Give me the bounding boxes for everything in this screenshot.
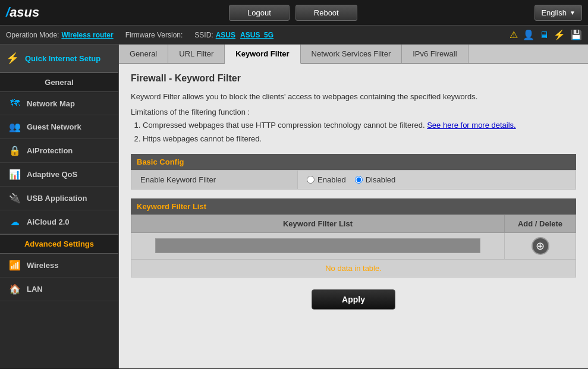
limitations-label: Limitations of the filtering function : — [131, 108, 250, 116]
sidebar-item-guest-network[interactable]: 👥 Guest Network — [0, 115, 118, 139]
disabled-label: Disabled — [366, 175, 396, 184]
chevron-down-icon: ▼ — [570, 10, 576, 16]
limitations: Limitations of the filtering function : … — [131, 108, 576, 145]
tab-ipv6-firewall[interactable]: IPv6 Firewall — [402, 45, 468, 63]
quick-internet-setup[interactable]: ⚡ Quick Internet Setup — [0, 45, 118, 72]
main-layout: ⚡ Quick Internet Setup General 🗺 Network… — [0, 45, 588, 368]
quick-setup-label: Quick Internet Setup — [25, 54, 100, 63]
apply-button[interactable]: Apply — [312, 289, 395, 310]
disabled-radio[interactable] — [355, 176, 363, 184]
col-keyword-filter-list: Keyword Filter List — [131, 215, 505, 232]
content-area: General URL Filter Keyword Filter Networ… — [119, 45, 588, 368]
sidebar-item-label: AiCloud 2.0 — [27, 217, 70, 226]
sidebar-item-aiprotection[interactable]: 🔒 AiProtection — [0, 139, 118, 163]
language-label: English — [541, 8, 567, 17]
tab-url-filter[interactable]: URL Filter — [168, 45, 225, 63]
sidebar: ⚡ Quick Internet Setup General 🗺 Network… — [0, 45, 119, 368]
sidebar-item-wireless[interactable]: 📶 Wireless — [0, 254, 118, 277]
no-data-row: No data in table. — [131, 259, 576, 277]
sidebar-item-label: LAN — [27, 285, 43, 294]
ssid-label: SSID: — [194, 31, 213, 39]
advanced-settings-header: Advanced Settings — [0, 234, 118, 254]
enable-keyword-filter-value: Enabled Disabled — [298, 171, 404, 189]
usb-application-icon: 🔌 — [9, 193, 21, 204]
keyword-input[interactable] — [155, 238, 480, 253]
usb-icon: ⚡ — [554, 29, 565, 40]
limitation-1: Compressed webpages that use HTTP compre… — [143, 119, 576, 131]
keyword-filter-table: Keyword Filter List Add / Delete ⊕ — [131, 215, 576, 277]
monitor-icon: 🖥 — [539, 30, 549, 40]
sidebar-item-aicloud[interactable]: ☁ AiCloud 2.0 — [0, 210, 118, 234]
status-bar: Operation Mode: Wireless router Firmware… — [0, 25, 588, 45]
page-title: Firewall - Keyword Filter — [131, 73, 576, 84]
enabled-option[interactable]: Enabled — [307, 175, 346, 184]
enable-keyword-filter-label: Enable Keyword Filter — [131, 171, 298, 189]
language-selector[interactable]: English ▼ — [534, 5, 582, 21]
tab-bar: General URL Filter Keyword Filter Networ… — [119, 45, 588, 64]
aicloud-icon: ☁ — [9, 216, 21, 228]
content-body: Firewall - Keyword Filter Keyword Filter… — [119, 64, 588, 318]
sidebar-item-label: AiProtection — [27, 146, 73, 155]
asus-logo: /asus — [6, 5, 39, 20]
sidebar-item-adaptive-qos[interactable]: 📊 Adaptive QoS — [0, 163, 118, 187]
keyword-input-row: ⊕ — [131, 232, 576, 259]
sidebar-item-label: Guest Network — [27, 122, 81, 131]
sidebar-item-label: USB Application — [27, 194, 87, 203]
aiprotection-icon: 🔒 — [9, 145, 21, 156]
storage-icon: 💾 — [570, 29, 582, 40]
enable-keyword-filter-row: Enable Keyword Filter Enabled Disabled — [131, 170, 576, 190]
adaptive-qos-icon: 📊 — [9, 169, 21, 180]
firmware-label: Firmware Version: — [125, 31, 183, 39]
add-keyword-button[interactable]: ⊕ — [532, 237, 549, 255]
guest-network-icon: 👥 — [9, 121, 21, 133]
add-button-cell: ⊕ — [505, 232, 576, 259]
tab-keyword-filter[interactable]: Keyword Filter — [225, 45, 300, 64]
sidebar-item-network-map[interactable]: 🗺 Network Map — [0, 92, 118, 115]
apply-row: Apply — [131, 289, 576, 310]
network-map-icon: 🗺 — [9, 98, 21, 109]
reboot-button[interactable]: Reboot — [295, 5, 357, 21]
sidebar-item-label: Network Map — [27, 99, 75, 108]
disabled-option[interactable]: Disabled — [355, 175, 396, 184]
operation-mode-label: Operation Mode: — [6, 31, 59, 39]
basic-config-header: Basic Config — [131, 154, 576, 170]
keyword-input-cell — [131, 232, 505, 259]
ssid-value2: ASUS_5G — [240, 31, 273, 39]
wireless-icon: 📶 — [9, 260, 21, 271]
limitation-2: Https webpages cannot be filtered. — [143, 133, 576, 145]
lan-icon: 🏠 — [9, 283, 21, 295]
user-icon: 👤 — [523, 29, 534, 40]
warning-icon: ⚠ — [510, 29, 518, 40]
sidebar-item-label: Wireless — [27, 261, 58, 270]
enabled-label: Enabled — [317, 175, 346, 184]
sidebar-item-lan[interactable]: 🏠 LAN — [0, 277, 118, 301]
tab-network-services-filter[interactable]: Network Services Filter — [301, 45, 403, 63]
see-details-link[interactable]: See here for more details. — [427, 121, 516, 130]
sidebar-item-label: Adaptive QoS — [27, 170, 77, 179]
ssid-value1: ASUS — [216, 31, 235, 39]
sidebar-item-usb-application[interactable]: 🔌 USB Application — [0, 187, 118, 210]
tab-general[interactable]: General — [119, 45, 168, 63]
no-data-message: No data in table. — [131, 259, 576, 277]
top-bar: /asus Logout Reboot English ▼ — [0, 0, 588, 25]
col-add-delete: Add / Delete — [505, 215, 576, 232]
logout-button[interactable]: Logout — [229, 5, 290, 21]
general-section-header: General — [0, 72, 118, 92]
status-icons: ⚠ 👤 🖥 ⚡ 💾 — [510, 29, 582, 40]
enabled-radio[interactable] — [307, 176, 315, 184]
description: Keyword Filter allows you to block the c… — [131, 91, 576, 103]
operation-mode-value: Wireless router — [61, 31, 113, 39]
quick-setup-icon: ⚡ — [6, 52, 19, 65]
keyword-filter-list-header: Keyword Filter List — [131, 198, 576, 215]
top-nav-buttons: Logout Reboot — [51, 5, 534, 21]
